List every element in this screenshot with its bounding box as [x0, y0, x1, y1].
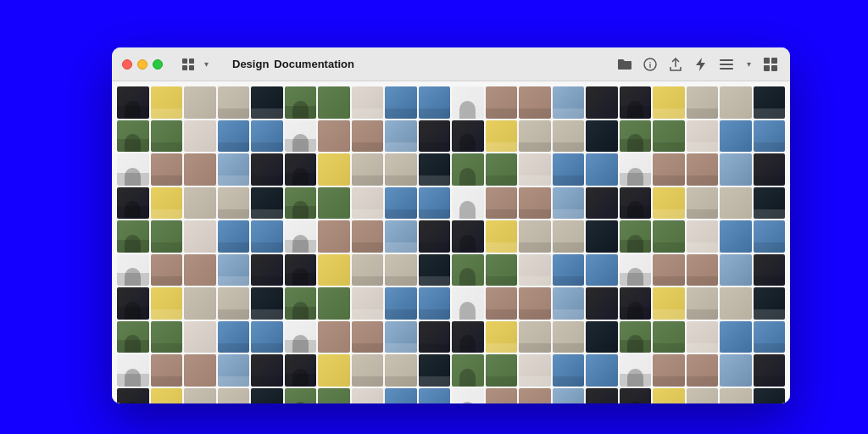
list-item[interactable]: [419, 153, 451, 186]
list-item[interactable]: [687, 254, 719, 287]
list-item[interactable]: [553, 388, 585, 404]
list-item[interactable]: [352, 321, 384, 353]
list-item[interactable]: [653, 354, 685, 387]
list-item[interactable]: [285, 86, 317, 119]
list-item[interactable]: [653, 321, 685, 353]
list-item[interactable]: [620, 120, 652, 153]
list-item[interactable]: [184, 388, 216, 404]
list-item[interactable]: [586, 254, 618, 287]
list-item[interactable]: [151, 120, 183, 153]
list-item[interactable]: [687, 187, 719, 220]
list-item[interactable]: [620, 187, 652, 220]
list-item[interactable]: [285, 153, 317, 186]
list-item[interactable]: [151, 153, 183, 186]
list-item[interactable]: [385, 187, 417, 220]
list-item[interactable]: [519, 321, 551, 353]
list-item[interactable]: [687, 287, 719, 320]
list-item[interactable]: [117, 187, 149, 220]
list-item[interactable]: [184, 187, 216, 220]
list-item[interactable]: [117, 287, 149, 320]
list-item[interactable]: [285, 388, 317, 404]
list-item[interactable]: [653, 187, 685, 220]
list-item[interactable]: [151, 287, 183, 320]
list-item[interactable]: [687, 321, 719, 353]
list-item[interactable]: [352, 86, 384, 119]
list-item[interactable]: [218, 86, 250, 119]
layout-icon[interactable]: [761, 55, 780, 74]
list-item[interactable]: [218, 388, 250, 404]
list-item[interactable]: [117, 120, 149, 153]
list-item[interactable]: [653, 153, 685, 186]
list-item[interactable]: [419, 86, 451, 119]
list-item[interactable]: [318, 287, 350, 320]
list-item[interactable]: [754, 321, 786, 353]
list-item[interactable]: [218, 287, 250, 320]
list-item[interactable]: [519, 120, 551, 153]
list-item[interactable]: [352, 220, 384, 253]
list-item[interactable]: [251, 354, 283, 387]
list-item[interactable]: [452, 220, 484, 253]
list-item[interactable]: [452, 86, 484, 119]
list-item[interactable]: [653, 388, 685, 404]
list-item[interactable]: [687, 120, 719, 153]
list-item[interactable]: [720, 220, 752, 253]
list-item[interactable]: [117, 254, 149, 287]
list-item[interactable]: [184, 287, 216, 320]
list-item[interactable]: [620, 153, 652, 186]
list-item[interactable]: [553, 354, 585, 387]
list-item[interactable]: [653, 287, 685, 320]
list-item[interactable]: [620, 86, 652, 119]
list-item[interactable]: [586, 220, 618, 253]
list-item[interactable]: [720, 287, 752, 320]
list-item[interactable]: [486, 388, 518, 404]
list-item[interactable]: [218, 187, 250, 220]
list-item[interactable]: [419, 388, 451, 404]
list-item[interactable]: [419, 254, 451, 287]
list-item[interactable]: [653, 254, 685, 287]
list-item[interactable]: [385, 120, 417, 153]
list-item[interactable]: [218, 153, 250, 186]
list-item[interactable]: [720, 254, 752, 287]
list-item[interactable]: [151, 220, 183, 253]
list-item[interactable]: [720, 153, 752, 186]
list-item[interactable]: [352, 120, 384, 153]
list-item[interactable]: [385, 388, 417, 404]
list-item[interactable]: [620, 321, 652, 353]
list-item[interactable]: [620, 354, 652, 387]
list-item[interactable]: [285, 321, 317, 353]
list-item[interactable]: [117, 388, 149, 404]
list-item[interactable]: [553, 86, 585, 119]
list-item[interactable]: [754, 86, 786, 119]
list-item[interactable]: [486, 287, 518, 320]
list-item[interactable]: [486, 187, 518, 220]
list-item[interactable]: [553, 254, 585, 287]
list-item[interactable]: [251, 254, 283, 287]
list-item[interactable]: [385, 287, 417, 320]
list-chevron-icon[interactable]: ▾: [743, 58, 754, 70]
list-item[interactable]: [519, 86, 551, 119]
list-item[interactable]: [553, 220, 585, 253]
list-item[interactable]: [452, 153, 484, 186]
list-item[interactable]: [720, 86, 752, 119]
list-item[interactable]: [452, 254, 484, 287]
list-item[interactable]: [754, 153, 786, 186]
list-item[interactable]: [352, 354, 384, 387]
list-item[interactable]: [754, 187, 786, 220]
list-item[interactable]: [251, 187, 283, 220]
list-item[interactable]: [519, 354, 551, 387]
list-item[interactable]: [218, 120, 250, 153]
list-item[interactable]: [687, 153, 719, 186]
list-item[interactable]: [553, 153, 585, 186]
list-item[interactable]: [519, 254, 551, 287]
list-item[interactable]: [687, 220, 719, 253]
list-item[interactable]: [151, 354, 183, 387]
list-item[interactable]: [586, 187, 618, 220]
list-item[interactable]: [117, 220, 149, 253]
list-item[interactable]: [553, 287, 585, 320]
list-item[interactable]: [486, 220, 518, 253]
list-item[interactable]: [419, 287, 451, 320]
list-item[interactable]: [218, 254, 250, 287]
list-item[interactable]: [720, 321, 752, 353]
list-item[interactable]: [486, 321, 518, 353]
list-item[interactable]: [452, 287, 484, 320]
